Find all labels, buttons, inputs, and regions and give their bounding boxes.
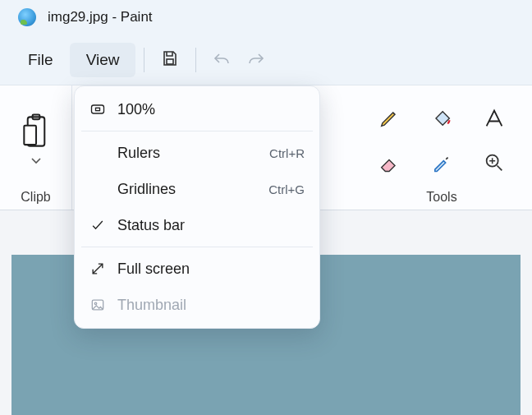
ribbon-group-tools: Tools <box>351 85 532 210</box>
tool-pencil[interactable] <box>366 100 412 140</box>
view-thumbnail-label: Thumbnail <box>117 297 305 314</box>
image-icon <box>86 297 109 313</box>
undo-icon <box>212 48 232 71</box>
text-icon <box>483 107 506 133</box>
save-icon <box>160 48 180 71</box>
fullscreen-icon <box>86 261 109 277</box>
undo-button[interactable] <box>204 44 239 76</box>
title-bar: img29.jpg - Paint <box>0 0 532 35</box>
pencil-icon <box>378 107 401 133</box>
clipboard-icon <box>21 138 51 152</box>
view-rulers-item[interactable]: Rulers Ctrl+R <box>75 135 319 171</box>
paint-app-icon <box>18 8 36 26</box>
view-rulers-shortcut: Ctrl+R <box>269 146 305 160</box>
paste-dropdown[interactable] <box>30 154 43 169</box>
chevron-down-icon <box>30 154 43 168</box>
view-fullscreen-item[interactable]: Full screen <box>75 251 319 287</box>
view-statusbar-item[interactable]: Status bar <box>75 207 319 243</box>
redo-icon <box>246 48 266 71</box>
tool-picker[interactable] <box>419 145 465 184</box>
svg-point-8 <box>94 302 97 305</box>
divider <box>144 48 144 72</box>
tool-eraser[interactable] <box>366 145 412 184</box>
svg-rect-3 <box>24 125 36 144</box>
eyedropper-icon <box>430 151 453 178</box>
menu-bar: File View <box>0 35 532 85</box>
eraser-icon <box>378 151 401 178</box>
view-gridlines-label: Gridlines <box>117 181 268 198</box>
menu-separator <box>81 247 313 247</box>
ribbon-group-clipboard: Clipb <box>0 85 72 210</box>
fit-screen-icon <box>86 101 109 118</box>
tool-fill[interactable] <box>419 100 465 140</box>
group-label-clipboard: Clipb <box>21 187 50 205</box>
view-gridlines-shortcut: Ctrl+G <box>268 182 305 196</box>
tool-text[interactable] <box>471 100 517 140</box>
view-gridlines-item[interactable]: Gridlines Ctrl+G <box>75 171 319 207</box>
save-button[interactable] <box>153 44 187 76</box>
redo-button[interactable] <box>239 44 273 76</box>
window-title: img29.jpg - Paint <box>48 9 153 25</box>
check-icon <box>86 217 109 233</box>
bucket-icon <box>430 107 453 133</box>
tool-zoom[interactable] <box>471 145 517 184</box>
view-zoom-item[interactable]: 100% <box>75 91 319 127</box>
divider <box>195 48 196 72</box>
paste-button[interactable] <box>21 113 51 153</box>
magnifier-icon <box>483 151 506 178</box>
menu-file[interactable]: File <box>11 43 70 77</box>
svg-rect-6 <box>96 108 100 110</box>
group-label-tools: Tools <box>426 187 456 205</box>
view-dropdown: 100% Rulers Ctrl+R Gridlines Ctrl+G Stat… <box>74 85 320 329</box>
view-thumbnail-item: Thumbnail <box>75 287 319 323</box>
menu-view[interactable]: View <box>70 43 136 77</box>
svg-rect-5 <box>92 105 104 113</box>
view-fullscreen-label: Full screen <box>117 261 305 278</box>
view-zoom-label: 100% <box>117 101 305 118</box>
view-statusbar-label: Status bar <box>117 217 305 234</box>
view-rulers-label: Rulers <box>117 145 269 162</box>
menu-separator <box>81 131 313 131</box>
svg-rect-0 <box>167 59 173 64</box>
